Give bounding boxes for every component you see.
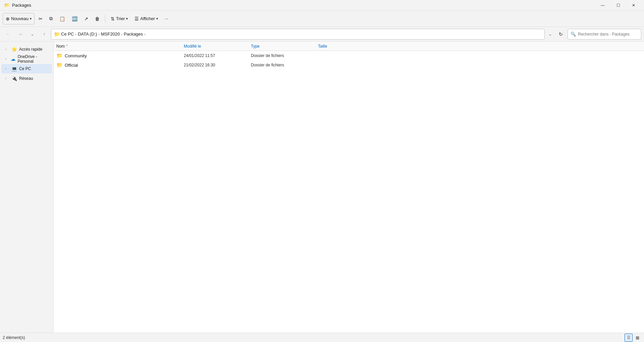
afficher-label: Afficher xyxy=(140,16,155,21)
network-icon: 🔌 xyxy=(11,76,17,81)
folder-icon-official: 📁 xyxy=(56,62,63,68)
toolbar-separator xyxy=(105,15,105,23)
file-name-text-official: Official xyxy=(65,63,78,68)
detail-view-button[interactable]: ☰ xyxy=(625,334,633,342)
history-dropdown-button[interactable]: ⌄ xyxy=(27,29,38,40)
paste-icon: 📋 xyxy=(59,16,65,21)
up-button[interactable]: ↑ xyxy=(39,29,50,40)
sidebar: › ⭐ Accès rapide › ☁ OneDrive - Personal… xyxy=(0,42,54,333)
copy-button[interactable]: ⧉ xyxy=(47,13,55,24)
folder-icon-community: 📁 xyxy=(56,53,63,59)
nouveau-label: Nouveau xyxy=(11,16,29,21)
plus-icon: ⊕ xyxy=(6,16,10,21)
file-modified-community: 24/01/2022 11:57 xyxy=(184,53,251,58)
path-chevron-1: › xyxy=(75,32,76,36)
path-chevron-3: › xyxy=(121,32,122,36)
minimize-button[interactable]: — xyxy=(595,0,610,11)
path-segment-packages: Packages xyxy=(124,32,143,37)
col-type-label: Type xyxy=(251,44,260,49)
path-chevron-4: › xyxy=(144,32,146,36)
title-bar-title: Packages xyxy=(12,3,31,8)
file-row-community[interactable]: 📁 Community 24/01/2022 11:57 Dossier de … xyxy=(54,51,644,60)
search-icon: 🔍 xyxy=(571,32,576,37)
title-bar-folder-icon: 📁 xyxy=(4,3,9,8)
address-path[interactable]: 📁 Ce PC › DATA (D:) › MSF2020 › Packages… xyxy=(51,29,545,40)
star-icon: ⭐ xyxy=(11,47,17,52)
view-toggle: ☰ ▦ xyxy=(625,334,641,342)
trier-label: Trier xyxy=(116,16,125,21)
col-modified-header[interactable]: Modifié le xyxy=(184,44,251,49)
col-name-header[interactable]: Nom ^ xyxy=(56,44,184,49)
forward-button[interactable]: → xyxy=(15,29,25,40)
path-segment-cepc: Ce PC xyxy=(61,32,74,37)
computer-icon: 💻 xyxy=(11,66,17,71)
path-segment-msf2020: MSF2020 xyxy=(101,32,120,37)
close-button[interactable]: ✕ xyxy=(626,0,641,11)
col-modified-label: Modifié le xyxy=(184,44,201,49)
cut-icon: ✂ xyxy=(39,16,43,21)
col-name-label: Nom xyxy=(56,44,65,49)
rename-button[interactable]: 🔤 xyxy=(69,13,80,24)
grid-view-button[interactable]: ▦ xyxy=(633,334,641,342)
path-segment-data: DATA (D:) xyxy=(78,32,97,37)
search-input[interactable] xyxy=(578,32,638,37)
more-label: ··· xyxy=(165,16,168,21)
maximize-button[interactable]: ☐ xyxy=(610,0,626,11)
sort-up-icon: ^ xyxy=(66,44,68,48)
title-bar: 📁 Packages — ☐ ✕ xyxy=(0,0,644,11)
paste-button[interactable]: 📋 xyxy=(57,13,68,24)
cut-button[interactable]: ✂ xyxy=(36,13,45,24)
path-chevron-2: › xyxy=(98,32,100,36)
sidebar-label-ce-pc: Ce PC xyxy=(19,66,31,71)
chevron-icon: › xyxy=(5,67,9,70)
share-button[interactable]: ↗ xyxy=(82,13,91,24)
nouveau-button[interactable]: ⊕ Nouveau ▾ xyxy=(3,13,35,24)
file-type-official: Dossier de fichiers xyxy=(251,63,318,67)
chevron-down-icon: ▾ xyxy=(30,17,32,20)
sidebar-item-reseau[interactable]: › 🔌 Réseau xyxy=(1,74,52,83)
address-history-button[interactable]: ⌄ xyxy=(546,29,554,40)
file-name-cell-official: 📁 Official xyxy=(56,62,184,68)
cloud-icon: ☁ xyxy=(11,56,15,62)
file-name-cell-community: 📁 Community xyxy=(56,53,184,59)
file-list-header: Nom ^ Modifié le Type Taille xyxy=(54,42,644,51)
delete-button[interactable]: 🗑 xyxy=(92,13,102,24)
col-size-header[interactable]: Taille xyxy=(318,44,352,49)
title-bar-left: 📁 Packages xyxy=(4,3,31,8)
main-content: › ⭐ Accès rapide › ☁ OneDrive - Personal… xyxy=(0,42,644,333)
rename-icon: 🔤 xyxy=(72,16,77,21)
col-size-label: Taille xyxy=(318,44,327,49)
sort-icon: ⇅ xyxy=(111,16,115,21)
file-area: Nom ^ Modifié le Type Taille 📁 Community… xyxy=(54,42,644,333)
file-modified-official: 21/02/2022 16:30 xyxy=(184,63,251,67)
path-folder-icon: 📁 xyxy=(54,32,60,37)
refresh-button[interactable]: ↻ xyxy=(555,29,566,40)
delete-icon: 🗑 xyxy=(95,16,100,21)
sidebar-label-acces-rapide: Accès rapide xyxy=(19,47,42,52)
sidebar-item-ce-pc[interactable]: › 💻 Ce PC xyxy=(1,64,52,73)
file-row-official[interactable]: 📁 Official 21/02/2022 16:30 Dossier de f… xyxy=(54,60,644,70)
address-bar: ← → ⌄ ↑ 📁 Ce PC › DATA (D:) › MSF2020 › … xyxy=(0,27,644,42)
col-type-header[interactable]: Type xyxy=(251,44,318,49)
status-bar: 2 élément(s) ☰ ▦ xyxy=(0,333,644,342)
view-icon: ☰ xyxy=(135,16,139,21)
search-box[interactable]: 🔍 xyxy=(568,29,641,40)
file-type-community: Dossier de fichiers xyxy=(251,53,318,58)
chevron-icon: › xyxy=(5,57,9,61)
view-button[interactable]: ☰ Afficher ▾ xyxy=(132,13,161,24)
title-bar-controls: — ☐ ✕ xyxy=(595,0,641,11)
copy-icon: ⧉ xyxy=(49,16,53,21)
address-right: ⌄ ↻ xyxy=(546,29,566,40)
share-icon: ↗ xyxy=(84,16,88,21)
more-button[interactable]: ··· xyxy=(162,13,171,24)
view-chevron-icon: ▾ xyxy=(156,17,158,20)
file-name-text-community: Community xyxy=(65,53,87,58)
chevron-icon: › xyxy=(5,48,9,51)
sort-button[interactable]: ⇅ Trier ▾ xyxy=(108,13,130,24)
chevron-icon: › xyxy=(5,77,9,80)
back-button[interactable]: ← xyxy=(3,29,13,40)
toolbar: ⊕ Nouveau ▾ ✂ ⧉ 📋 🔤 ↗ 🗑 ⇅ Trier ▾ ☰ Affi… xyxy=(0,11,644,27)
sidebar-item-acces-rapide[interactable]: › ⭐ Accès rapide xyxy=(1,45,52,54)
sidebar-item-onedrive[interactable]: › ☁ OneDrive - Personal xyxy=(1,54,52,64)
sort-chevron-icon: ▾ xyxy=(126,17,128,20)
